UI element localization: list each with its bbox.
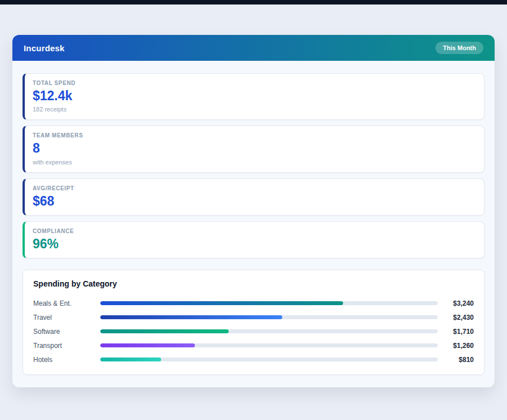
category-bar-fill [100,315,282,319]
card-body: TOTAL SPEND $12.4k 182 receipts TEAM MEM… [12,61,495,387]
spending-row: Transport $1,260 [33,338,474,352]
category-bar-track [100,315,438,319]
category-bar-track [100,329,438,333]
stat-label: AVG/RECEIPT [33,185,474,191]
stats-list: TOTAL SPEND $12.4k 182 receipts TEAM MEM… [23,73,484,258]
spending-title: Spending by Category [33,279,474,288]
category-value: $810 [438,356,474,364]
category-bar-fill [100,358,161,361]
category-bar-fill [100,329,229,333]
spending-row: Meals & Ent. $3,240 [33,296,474,310]
stat-label: TOTAL SPEND [33,80,474,86]
category-bar-track [100,301,438,305]
app-header: Incurdesk This Month [12,35,495,61]
stat-value: 96% [33,237,474,251]
category-label: Meals & Ent. [33,300,100,307]
category-bar-track [100,358,438,361]
spending-row: Hotels $810 [33,352,474,367]
category-label: Hotels [33,356,100,364]
stat-sub: with expenses [33,159,474,166]
category-bar-fill [100,343,195,347]
stat-value: $12.4k [33,89,474,103]
stat-label: COMPLIANCE [33,228,474,234]
spending-card: Spending by Category Meals & Ent. $3,240… [23,270,484,375]
category-value: $1,260 [438,342,474,350]
stat-value: $68 [33,194,474,208]
spending-row: Travel $2,430 [33,310,474,324]
category-value: $1,710 [438,328,474,336]
category-value: $2,430 [438,314,474,321]
category-label: Software [33,328,100,336]
spending-row: Software $1,710 [33,324,474,338]
category-label: Transport [33,342,100,350]
stat-value: 8 [33,141,474,155]
spending-rows: Meals & Ent. $3,240 Travel $2,430 Softwa… [33,296,474,367]
app-card: Incurdesk This Month TOTAL SPEND $12.4k … [12,35,495,387]
stat-card: TOTAL SPEND $12.4k 182 receipts [23,73,484,120]
app-title: Incurdesk [24,43,65,53]
period-badge-button[interactable]: This Month [435,42,483,54]
stat-card: AVG/RECEIPT $68 [23,178,484,216]
stat-card: COMPLIANCE 96% [23,221,484,258]
category-label: Travel [33,314,100,321]
stat-card: TEAM MEMBERS 8 with expenses [23,126,484,172]
category-value: $3,240 [438,300,474,307]
stat-sub: 182 receipts [33,106,474,113]
top-strip [0,0,507,5]
stat-label: TEAM MEMBERS [33,132,474,138]
category-bar-fill [100,301,343,305]
category-bar-track [100,343,438,347]
